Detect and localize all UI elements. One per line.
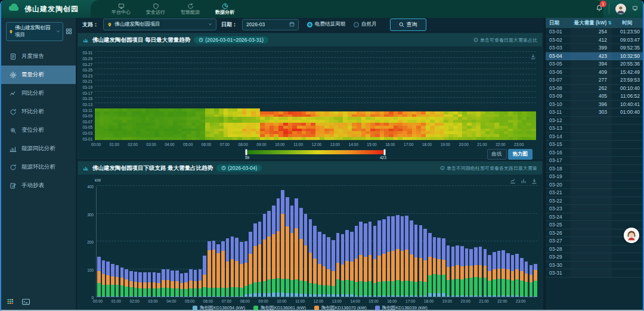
nav-item-3[interactable]: 智慧能源 — [181, 0, 200, 18]
stacked-bar[interactable] — [423, 229, 427, 297]
billing-cycle-radio[interactable]: 电费结算周期 — [307, 21, 345, 28]
org-badge-icon[interactable] — [632, 5, 638, 13]
stacked-bar[interactable] — [391, 216, 395, 297]
sidebar-item-5[interactable]: 变位分析 — [1, 121, 76, 139]
stacked-bar[interactable] — [235, 238, 239, 297]
stacked-bar[interactable] — [249, 232, 252, 297]
stacked-bar[interactable] — [520, 258, 524, 297]
stacked-bar[interactable] — [515, 254, 519, 297]
natural-month-radio[interactable]: 自然月 — [354, 21, 377, 28]
stacked-bar[interactable] — [414, 225, 418, 297]
stacked-bar[interactable] — [405, 216, 408, 297]
table-row[interactable]: 03-13 — [546, 125, 643, 133]
stacked-bar[interactable] — [253, 223, 257, 297]
table-row[interactable]: 03-0727723:59:53 — [546, 76, 643, 85]
stacked-bar[interactable] — [497, 251, 501, 297]
stacked-bar[interactable] — [318, 232, 321, 297]
project-select[interactable]: 佛山建发陶创园项目 — [6, 22, 63, 41]
stacked-bar[interactable] — [350, 232, 354, 297]
table-row[interactable]: 03-22 — [546, 197, 643, 206]
stacked-bar[interactable] — [474, 247, 478, 297]
table-row[interactable]: 03-17 — [546, 157, 643, 165]
stacked-bar[interactable] — [460, 246, 464, 297]
legend-item[interactable]: 陶创园KD136039 (kW) — [375, 305, 428, 311]
stacked-bar[interactable] — [493, 252, 496, 297]
table-row[interactable]: 03-15 — [546, 141, 643, 149]
stacked-bar[interactable] — [396, 215, 400, 297]
heatmap-chart[interactable]: 03-3103-2903-2703-2503-2303-2103-1903-17… — [78, 46, 542, 158]
stacked-bar[interactable] — [401, 216, 404, 297]
stacked-bar[interactable] — [373, 226, 377, 297]
stacked-bar[interactable] — [341, 234, 345, 297]
stacked-bar[interactable] — [332, 240, 335, 297]
stacked-bar[interactable] — [327, 237, 330, 297]
sidebar-item-4[interactable]: 环比分析 — [1, 102, 76, 121]
table-row[interactable]: 03-14 — [546, 133, 643, 141]
stacked-bar[interactable] — [157, 273, 160, 297]
stacked-bar[interactable] — [138, 272, 142, 297]
stacked-bar[interactable] — [534, 264, 537, 297]
stacked-bar[interactable] — [488, 255, 491, 297]
stacked-bar[interactable] — [281, 190, 284, 297]
stacked-bar[interactable] — [221, 241, 225, 297]
apps-grid-icon[interactable] — [7, 297, 15, 307]
stacked-bar[interactable] — [263, 214, 267, 297]
table-row[interactable]: 03-0826200:10:40 — [546, 85, 643, 93]
color-scale-slider[interactable] — [246, 150, 385, 154]
stacked-bar[interactable] — [189, 269, 193, 297]
curve-toggle-button[interactable]: 曲线 — [487, 149, 507, 160]
stacked-bar[interactable] — [116, 265, 119, 297]
console-list-icon[interactable] — [22, 297, 30, 307]
table-row[interactable]: 03-28 — [546, 245, 643, 254]
stacked-bar[interactable] — [166, 269, 170, 297]
table-row[interactable]: 03-31 — [546, 269, 643, 278]
stacked-bar[interactable] — [309, 219, 312, 297]
notifications-button[interactable]: 1 — [596, 4, 609, 14]
stacked-bar[interactable] — [97, 257, 101, 297]
legend-item[interactable]: 陶创园KD136054 (kW) — [193, 305, 245, 311]
stacked-bar[interactable] — [345, 230, 349, 297]
heatmap-toggle-button[interactable]: 热力图 — [508, 149, 533, 160]
stacked-bar[interactable] — [272, 206, 275, 297]
stacked-bar[interactable] — [120, 268, 124, 297]
stacked-bar[interactable] — [313, 226, 317, 297]
sidebar-item-7[interactable]: 能源环比分析 — [1, 158, 76, 176]
table-row[interactable]: 03-16 — [546, 149, 643, 157]
stacked-bar[interactable] — [469, 249, 473, 297]
stacked-bar[interactable] — [359, 222, 363, 297]
stacked-bar[interactable] — [456, 245, 459, 297]
table-row[interactable]: 03-0940511:06:52 — [546, 92, 643, 101]
table-row[interactable]: 03-19 — [546, 173, 643, 181]
stacked-bar[interactable] — [277, 198, 280, 297]
nav-item-2[interactable]: 安全运行 — [146, 0, 165, 18]
stacked-bar[interactable] — [336, 233, 340, 297]
stacked-bar[interactable] — [442, 238, 445, 297]
stacked-bar[interactable] — [148, 272, 151, 297]
table-row[interactable]: 03-0640915:42:49 — [546, 69, 643, 77]
assistant-avatar[interactable] — [624, 228, 639, 243]
user-avatar[interactable] — [615, 4, 626, 14]
query-button[interactable]: 查询 — [390, 18, 426, 31]
stacked-bar[interactable] — [226, 238, 230, 297]
stacked-bar[interactable] — [199, 269, 202, 297]
table-row[interactable]: 03-23 — [546, 205, 643, 213]
stacked-bar[interactable] — [171, 270, 174, 297]
bar-plot[interactable] — [96, 186, 537, 297]
stacked-bar[interactable] — [501, 250, 505, 297]
stacked-bar[interactable] — [290, 206, 294, 297]
stacked-bar[interactable] — [203, 256, 206, 297]
stacked-bar[interactable] — [125, 269, 128, 297]
heatmap-row[interactable] — [95, 137, 536, 140]
stacked-bar[interactable] — [387, 216, 391, 297]
stacked-bar[interactable] — [364, 223, 367, 297]
stacked-bar[interactable] — [184, 273, 188, 297]
date-input[interactable]: 2026-03 — [242, 19, 299, 30]
table-row[interactable]: 03-0442310:32:50 — [546, 52, 643, 61]
table-row[interactable]: 03-29 — [546, 253, 643, 262]
stacked-bar[interactable] — [525, 262, 528, 297]
table-row[interactable]: 03-12 — [546, 117, 643, 125]
stacked-bar[interactable] — [323, 234, 326, 297]
stacked-bar[interactable] — [355, 226, 358, 297]
stacked-bar[interactable] — [175, 270, 179, 297]
stacked-bar[interactable] — [382, 219, 386, 297]
